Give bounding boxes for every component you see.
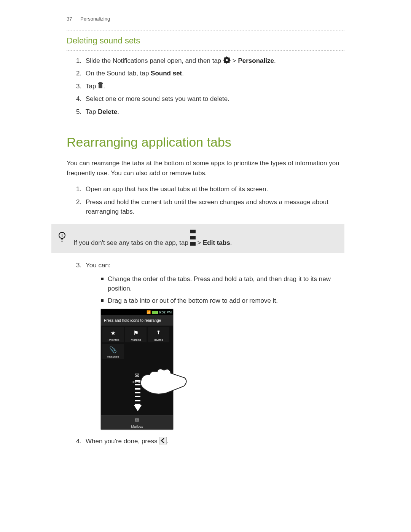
step-text: On the Sound tab, tap (86, 70, 151, 77)
steps-rearranging-top: Open an app that has the usual tabs at t… (67, 184, 344, 217)
tip-text: If you don't see any tabs on the app, ta… (73, 230, 338, 248)
phone-tab-favorites: ★Favorites (102, 327, 124, 342)
status-time: 6:32 PM (159, 310, 172, 314)
svg-rect-5 (229, 60, 231, 61)
sub-bullets: Change the order of the tabs. Press and … (86, 274, 344, 306)
divider-dotted (67, 50, 344, 51)
svg-rect-16 (61, 241, 63, 241)
tab-label: Invites (154, 338, 163, 342)
svg-rect-4 (223, 60, 224, 61)
step-text: Tap (86, 108, 98, 115)
phone-tab-attached: 📎Attached (102, 344, 124, 359)
hand-illustration (139, 359, 188, 397)
step-text: Open an app that has the usual tabs at t… (86, 185, 268, 193)
back-chevron-icon (159, 437, 167, 444)
step-item: Slide the Notifications panel open, and … (83, 56, 344, 66)
mailbox-icon: ✉ (131, 416, 143, 424)
step-text: . (103, 83, 105, 90)
svg-rect-3 (226, 62, 227, 64)
intro-paragraph: You can rearrange the tabs at the bottom… (67, 158, 344, 178)
svg-rect-20 (190, 242, 196, 245)
subheading-deleting-sound-sets: Deleting sound sets (67, 34, 344, 47)
step-text: . (182, 70, 184, 77)
tab-label: Attached (107, 355, 119, 358)
phone-tab-marked: ⚑Marked (125, 327, 147, 342)
step-item: Tap Delete. (83, 107, 344, 117)
phone-status-bar: 📶 6:32 PM (101, 309, 173, 315)
phone-tab-mailbox: ✉Mailbox (131, 416, 143, 430)
svg-rect-21 (159, 437, 167, 444)
trash-icon (98, 82, 103, 89)
battery-icon (152, 311, 158, 314)
calendar-icon: 🗓 (148, 329, 169, 338)
step-text: Tap (86, 83, 98, 90)
step-item: Tap . (83, 81, 344, 91)
step-text: > (233, 57, 238, 64)
flag-icon: ⚑ (125, 329, 147, 338)
svg-rect-15 (61, 240, 63, 240)
document-page: 37 Personalizing Deleting sound sets Sli… (0, 0, 411, 532)
bullet-text: Change the order of the tabs. Press and … (108, 275, 331, 292)
tab-label: Mailbox (131, 425, 143, 428)
phone-tab-grid: ★Favorites ⚑Marked 🗓Invites 📎Attached (101, 326, 173, 361)
step-item: When you're done, press . (83, 436, 344, 446)
section-name: Personalizing (80, 16, 110, 22)
divider-dotted (67, 30, 344, 30)
svg-point-1 (226, 59, 228, 61)
phone-screenshot: 📶 6:32 PM Press and hold icons to rearra… (86, 309, 344, 430)
tab-label: Favorites (107, 338, 119, 342)
heading-rearranging-app-tabs: Rearranging application tabs (67, 133, 344, 152)
steps-rearranging-mid: You can: Change the order of the tabs. P… (67, 260, 344, 446)
overflow-menu-icon (190, 230, 196, 236)
step-bold: Delete (98, 108, 117, 115)
svg-rect-14 (61, 238, 63, 239)
svg-rect-10 (99, 84, 102, 88)
step-text: . (117, 108, 119, 115)
step-bold: Personalize (238, 57, 274, 64)
bullet-item: Drag a tab into or out of the bottom row… (101, 296, 344, 306)
running-header: 37 Personalizing (67, 15, 344, 23)
tip-text-part: . (230, 239, 232, 246)
phone-bottom-bar: ✉Mailbox (101, 415, 173, 430)
step-item: Open an app that has the usual tabs at t… (83, 184, 344, 194)
step-text: . (274, 57, 276, 64)
phone-tab-invites: 🗓Invites (148, 327, 169, 342)
step-text: Slide the Notifications panel open, and … (86, 57, 223, 64)
star-icon: ★ (102, 329, 124, 338)
steps-deleting-sound-sets: Slide the Notifications panel open, and … (67, 56, 344, 117)
settings-gear-icon (223, 56, 231, 64)
step-text: . (167, 438, 169, 445)
step-item: Select one or more sound sets you want t… (83, 94, 344, 104)
lightbulb-icon (57, 232, 67, 246)
tip-text-part: If you don't see any tabs on the app, ta… (73, 239, 190, 246)
tip-text-part: > (197, 239, 203, 246)
tab-label: Marked (131, 338, 141, 342)
signal-icon: 📶 (147, 310, 151, 314)
svg-rect-19 (190, 236, 196, 239)
bullet-item: Change the order of the tabs. Press and … (101, 274, 344, 294)
step-item: Press and hold the current tab until the… (83, 197, 344, 217)
svg-rect-12 (99, 82, 102, 83)
svg-rect-18 (190, 230, 196, 233)
tip-box: If you don't see any tabs on the app, ta… (51, 224, 344, 253)
step-bold: Sound set (151, 70, 182, 77)
step-text: Press and hold the current tab until the… (86, 198, 328, 216)
bullet-text: Drag a tab into or out of the bottom row… (108, 297, 278, 304)
tip-bold: Edit tabs (203, 239, 230, 246)
paperclip-icon: 📎 (102, 345, 124, 355)
page-number: 37 (67, 16, 72, 22)
phone-hint-bar: Press and hold icons to rearrange (101, 315, 173, 326)
step-text: Select one or more sound sets you want t… (86, 95, 229, 102)
svg-rect-2 (226, 56, 227, 58)
step-text: You can: (86, 262, 111, 269)
step-text: When you're done, press (86, 438, 159, 445)
step-item: You can: Change the order of the tabs. P… (83, 260, 344, 430)
step-item: On the Sound tab, tap Sound set. (83, 69, 344, 78)
